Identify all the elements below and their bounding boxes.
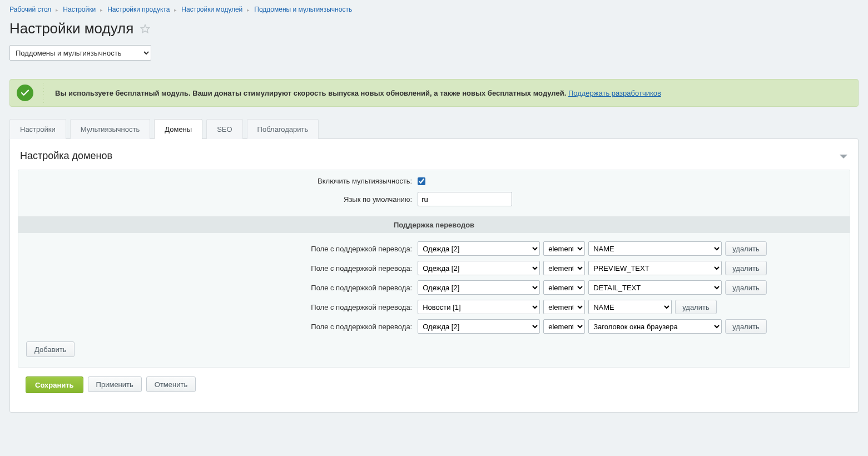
field-select[interactable]: PREVIEW_TEXT	[588, 261, 722, 275]
cancel-button[interactable]: Отменить	[146, 376, 196, 392]
delete-button[interactable]: удалить	[725, 241, 766, 256]
tab-Поблагодарить[interactable]: Поблагодарить	[247, 119, 319, 139]
breadcrumb-link[interactable]: Поддомены и мультиязычность	[254, 6, 352, 13]
tab-SEO[interactable]: SEO	[206, 119, 242, 139]
breadcrumb-link[interactable]: Рабочий стол	[9, 6, 51, 13]
check-circle-icon	[17, 85, 33, 101]
breadcrumb-link[interactable]: Настройки продукта	[107, 6, 170, 13]
iblock-select[interactable]: Новости [1]	[418, 300, 540, 314]
field-select[interactable]: DETAIL_TEXT	[588, 280, 722, 295]
chevron-right-icon: ▸	[56, 7, 58, 13]
translation-row: Поле с поддержкой перевода:Одежда [2]ele…	[18, 256, 850, 275]
breadcrumb: Рабочий стол▸Настройки▸Настройки продукт…	[9, 0, 859, 17]
translation-row-label: Поле с поддержкой перевода:	[27, 284, 418, 292]
tab-Домены[interactable]: Домены	[154, 119, 202, 139]
translation-row-label: Поле с поддержкой перевода:	[27, 323, 418, 331]
field-select[interactable]: Заголовок окна браузера	[588, 319, 722, 334]
translations-section-title: Поддержка переводов	[18, 216, 850, 233]
chevron-right-icon: ▸	[100, 7, 103, 13]
chevron-right-icon: ▸	[174, 7, 177, 13]
delete-button[interactable]: удалить	[675, 300, 716, 314]
panel-title: Настройка доменов	[20, 150, 112, 162]
field-select[interactable]: NAME	[588, 300, 672, 314]
entity-type-select[interactable]: element	[543, 280, 585, 295]
breadcrumb-link[interactable]: Настройки	[63, 6, 96, 13]
default-lang-label: Язык по умолчанию:	[27, 195, 418, 204]
translation-row: Поле с поддержкой перевода:Одежда [2]ele…	[18, 236, 850, 256]
default-lang-input[interactable]	[418, 192, 512, 206]
entity-type-select[interactable]: element	[543, 261, 585, 275]
breadcrumb-link[interactable]: Настройки модулей	[181, 6, 242, 13]
translation-row: Поле с поддержкой перевода:Новости [1]el…	[18, 295, 850, 314]
chevron-right-icon: ▸	[247, 7, 250, 13]
translation-row-label: Поле с поддержкой перевода:	[27, 264, 418, 272]
favorite-star-icon[interactable]	[140, 24, 150, 34]
entity-type-select[interactable]: element	[543, 319, 585, 334]
module-select[interactable]: Поддомены и мультиязычность	[9, 45, 151, 61]
iblock-select[interactable]: Одежда [2]	[418, 261, 540, 275]
multilang-label: Включить мультиязычность:	[27, 177, 418, 185]
field-select[interactable]: NAME	[588, 241, 722, 256]
apply-button[interactable]: Применить	[88, 376, 142, 392]
translation-row-label: Поле с поддержкой перевода:	[27, 245, 418, 253]
notice-banner: Вы используете бесплатный модуль. Ваши д…	[9, 79, 859, 107]
iblock-select[interactable]: Одежда [2]	[418, 280, 540, 295]
svg-marker-0	[141, 24, 150, 32]
tab-Настройки[interactable]: Настройки	[9, 119, 66, 139]
chevron-down-icon[interactable]	[839, 153, 848, 160]
entity-type-select[interactable]: element	[543, 300, 585, 314]
delete-button[interactable]: удалить	[725, 261, 766, 275]
notice-text: Вы используете бесплатный модуль. Ваши д…	[55, 89, 566, 97]
tabs: НастройкиМультиязычностьДоменыSEOПоблаго…	[9, 118, 859, 138]
notice-link[interactable]: Поддержать разработчиков	[568, 89, 661, 97]
add-button[interactable]: Добавить	[26, 341, 75, 357]
delete-button[interactable]: удалить	[725, 280, 766, 295]
iblock-select[interactable]: Одежда [2]	[418, 319, 540, 334]
translation-row: Поле с поддержкой перевода:Одежда [2]ele…	[18, 314, 850, 334]
translation-row: Поле с поддержкой перевода:Одежда [2]ele…	[18, 275, 850, 295]
translation-row-label: Поле с поддержкой перевода:	[27, 303, 418, 311]
svg-marker-1	[840, 155, 847, 158]
tab-Мультиязычность[interactable]: Мультиязычность	[70, 119, 151, 139]
iblock-select[interactable]: Одежда [2]	[418, 241, 540, 256]
multilang-checkbox[interactable]	[418, 177, 425, 185]
save-button[interactable]: Сохранить	[26, 376, 83, 393]
page-title: Настройки модуля	[9, 20, 133, 37]
delete-button[interactable]: удалить	[725, 319, 766, 334]
entity-type-select[interactable]: element	[543, 241, 585, 256]
